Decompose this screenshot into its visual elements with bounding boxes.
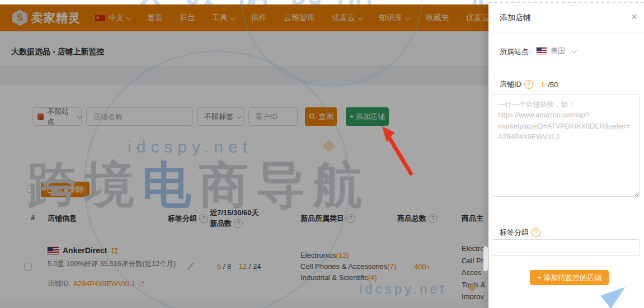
drawer-divider: [488, 32, 644, 32]
label-text: 店铺ID: [500, 79, 521, 89]
us-flag-icon: [537, 48, 547, 54]
quota-max: /50: [548, 80, 558, 89]
label-text: 标签分组: [500, 228, 529, 238]
app: 大数据选品 - 店铺上新监控 S 卖家精灵 中文 首页 后台 工具 插件 云雅智…: [0, 0, 644, 308]
drawer-top-dashes: [488, 2, 644, 3]
add-shop-drawer: 添加店铺 × 所属站点 美国 店铺ID 1/50 标签分组 + 添加待监控的店铺: [488, 0, 644, 308]
chevron-down-icon: [571, 48, 577, 53]
label-text: 所属站点: [500, 47, 529, 57]
help-icon[interactable]: [524, 80, 533, 89]
site-label: 所属站点: [500, 47, 529, 57]
quota-current: 1: [540, 80, 544, 89]
submit-add-shop-button[interactable]: + 添加待监控的店铺: [530, 270, 609, 285]
drawer-title: 添加店铺: [500, 13, 531, 23]
shop-links-textarea[interactable]: [492, 94, 640, 197]
submit-label: + 添加待监控的店铺: [537, 273, 601, 283]
tag-group-label: 标签分组: [500, 228, 540, 238]
close-icon[interactable]: ×: [631, 11, 637, 22]
site-value: 美国: [551, 46, 565, 56]
help-icon[interactable]: [532, 228, 540, 237]
scrollbar-thumb[interactable]: [483, 247, 488, 271]
site-select[interactable]: 美国: [537, 46, 576, 56]
annotation-arrow: [336, 110, 425, 182]
shop-id-label: 店铺ID 1/50: [500, 79, 558, 89]
tag-group-input[interactable]: [492, 239, 640, 256]
